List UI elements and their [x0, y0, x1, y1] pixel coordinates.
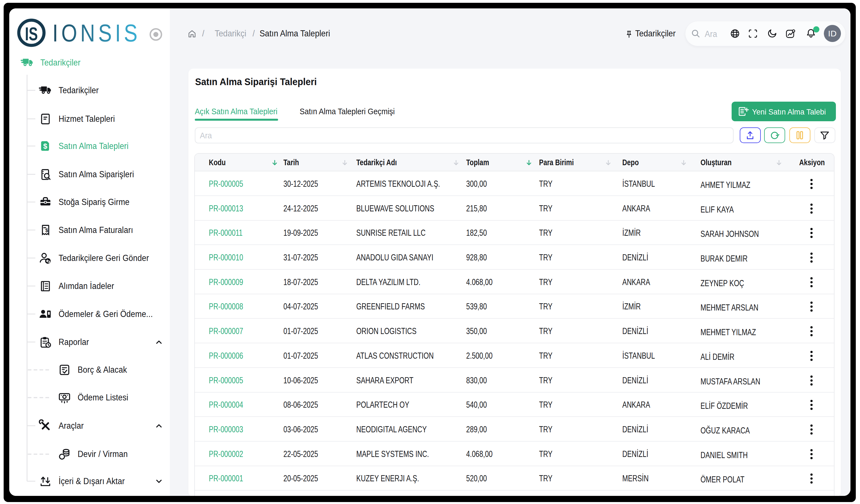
svg-text:$: $	[45, 228, 48, 233]
svg-text:IONSIS: IONSIS	[53, 19, 141, 47]
svg-text:IS: IS	[25, 24, 38, 44]
svg-text:$: $	[43, 142, 47, 150]
